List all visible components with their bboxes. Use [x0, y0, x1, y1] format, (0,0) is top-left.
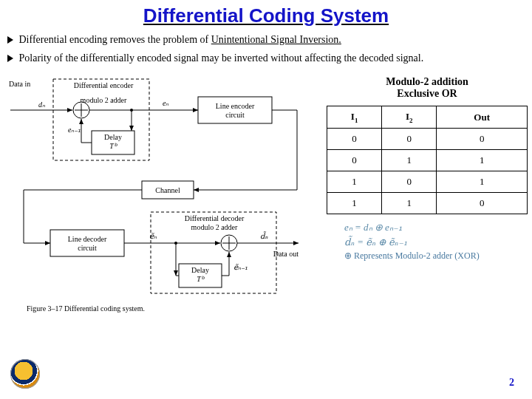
- bullet-1-text: Differential encoding removes the proble…: [19, 34, 211, 45]
- svg-text:Data out: Data out: [273, 250, 299, 258]
- svg-text:ẽₙ: ẽₙ: [149, 232, 157, 240]
- svg-text:Differential encoder: Differential encoder: [74, 81, 134, 89]
- svg-rect-13: [198, 97, 272, 123]
- svg-text:eₙ: eₙ: [163, 99, 169, 107]
- table-row: 011: [327, 150, 528, 171]
- svg-text:Delay: Delay: [104, 133, 122, 141]
- col-i1: I1: [327, 106, 382, 129]
- xor-note: ⊕ Represents Modulo-2 adder (XOR): [327, 249, 528, 262]
- svg-text:modulo 2 adder: modulo 2 adder: [81, 96, 127, 104]
- svg-text:modulo 2 adder: modulo 2 adder: [191, 223, 238, 231]
- side-panel: Modulo-2 addition Exclusive OR I1 I2 Out…: [327, 73, 528, 317]
- chevron-right-icon: [7, 55, 13, 62]
- bullet-1: Differential encoding removes the proble…: [7, 33, 525, 47]
- institution-logo-icon: [10, 359, 40, 389]
- svg-text:Differential decoder: Differential decoder: [185, 214, 245, 222]
- page-number: 2: [509, 377, 514, 389]
- svg-text:eₙ₋₁: eₙ₋₁: [68, 126, 81, 134]
- bullet-1-underline: Unintentional Signal Inversion.: [211, 34, 341, 45]
- svg-text:ẽₙ₋₁: ẽₙ₋₁: [233, 263, 248, 271]
- svg-text:dₙ: dₙ: [38, 100, 46, 109]
- bullet-2: Polarity of the differentially encoded s…: [7, 52, 525, 66]
- bullet-2-text: Polarity of the differentially encoded s…: [19, 52, 424, 64]
- table-row: 110: [327, 193, 528, 214]
- truth-table: I1 I2 Out 000 011 101 110: [327, 106, 528, 215]
- svg-text:circuit: circuit: [225, 111, 245, 119]
- svg-text:Data in: Data in: [9, 80, 30, 88]
- bullet-list: Differential encoding removes the proble…: [0, 27, 532, 73]
- table-row: 101: [327, 171, 528, 193]
- svg-text:circuit: circuit: [78, 244, 97, 252]
- xor-heading: Modulo-2 addition Exclusive OR: [327, 76, 528, 100]
- formula-decode: d̃ₙ = ẽₙ ⊕ ẽₙ₋₁: [344, 235, 525, 250]
- page-title: Differential Coding System: [0, 0, 532, 27]
- svg-rect-31: [50, 230, 124, 256]
- svg-text:Line decoder: Line decoder: [68, 235, 107, 243]
- table-row: 000: [327, 129, 528, 150]
- chevron-right-icon: [7, 36, 13, 44]
- svg-text:Figure 3–17  Differential codi: Figure 3–17 Differential coding system.: [27, 304, 145, 313]
- svg-text:Channel: Channel: [155, 186, 180, 194]
- block-diagram: Differential encoder modulo 2 adder Data…: [4, 73, 322, 317]
- svg-text:d̃ₙ: d̃ₙ: [260, 231, 268, 240]
- formula-encode: eₙ = dₙ ⊕ eₙ₋₁: [344, 220, 525, 235]
- col-out: Out: [437, 106, 528, 129]
- svg-text:Line encoder: Line encoder: [216, 102, 255, 110]
- svg-text:Delay: Delay: [191, 266, 209, 274]
- formulas: eₙ = dₙ ⊕ eₙ₋₁ d̃ₙ = ẽₙ ⊕ ẽₙ₋₁: [327, 214, 528, 249]
- col-i2: I2: [382, 106, 437, 129]
